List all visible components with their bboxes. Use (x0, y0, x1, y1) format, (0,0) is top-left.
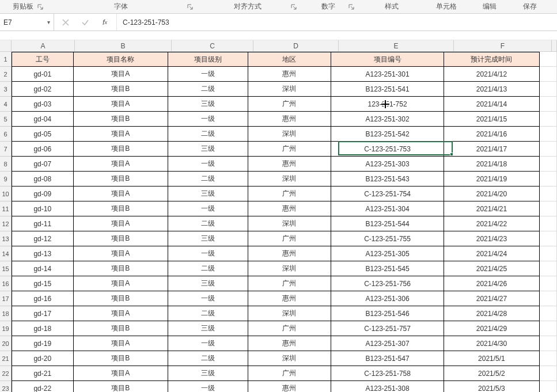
col-header-D[interactable]: D (253, 40, 339, 51)
row-header-7[interactable]: 7 (0, 142, 11, 157)
cell-A6[interactable]: gd-05 (12, 127, 74, 142)
cell-A4[interactable]: gd-03 (12, 97, 74, 112)
cell-D22[interactable]: 广州 (248, 366, 332, 381)
cell-A18[interactable]: gd-17 (12, 306, 74, 321)
cell-B18[interactable]: 项目A (74, 306, 168, 321)
row-header-3[interactable]: 3 (0, 82, 11, 97)
cell-B5[interactable]: 项目B (74, 112, 168, 127)
col-header-E[interactable]: E (339, 40, 454, 51)
enter-icon[interactable] (81, 18, 90, 27)
cell-E22[interactable]: C-123-251-758 (331, 366, 444, 381)
name-box-input[interactable] (3, 18, 38, 26)
cell-D12[interactable]: 深圳 (248, 216, 332, 231)
cell-A8[interactable]: gd-07 (12, 157, 74, 172)
cell-D11[interactable]: 惠州 (248, 201, 332, 216)
cell-D16[interactable]: 广州 (248, 276, 332, 291)
cell-F20[interactable]: 2021/4/30 (444, 336, 540, 351)
cell-C13[interactable]: 三级 (168, 231, 248, 246)
cell-extra[interactable] (540, 261, 557, 276)
cell-B12[interactable]: 项目A (74, 216, 168, 231)
row-header-17[interactable]: 17 (0, 291, 11, 306)
row-header-13[interactable]: 13 (0, 231, 11, 246)
cell-D3[interactable]: 深圳 (248, 82, 332, 97)
cell-D21[interactable]: 深圳 (248, 351, 332, 366)
cells-area[interactable]: 工号项目名称项目级别地区项目编号预计完成时间gd-01项目A一级惠州A123-2… (12, 52, 557, 392)
cell-B19[interactable]: 项目B (74, 321, 168, 336)
cell-F17[interactable]: 2021/4/27 (444, 291, 540, 306)
cell-A19[interactable]: gd-18 (12, 321, 74, 336)
cell-B21[interactable]: 项目B (74, 351, 168, 366)
cell-D17[interactable]: 惠州 (248, 291, 332, 306)
cell-extra[interactable] (540, 97, 557, 112)
cell-C19[interactable]: 三级 (168, 321, 248, 336)
cell-D15[interactable]: 深圳 (248, 261, 332, 276)
col-header-B[interactable]: B (75, 40, 172, 51)
cell-E17[interactable]: A123-251-306 (331, 291, 444, 306)
cell-D9[interactable]: 深圳 (248, 172, 332, 187)
cancel-icon[interactable] (61, 18, 70, 27)
cell-F2[interactable]: 2021/4/12 (444, 67, 540, 82)
cell-C15[interactable]: 二级 (168, 261, 248, 276)
col-header-A[interactable]: A (12, 40, 75, 51)
cell-B16[interactable]: 项目A (74, 276, 168, 291)
cell-F18[interactable]: 2021/4/28 (444, 306, 540, 321)
cell-C18[interactable]: 二级 (168, 306, 248, 321)
cell-E5[interactable]: A123-251-302 (331, 112, 444, 127)
cell-B7[interactable]: 项目B (74, 142, 168, 157)
cell-E8[interactable]: A123-251-303 (331, 157, 444, 172)
cell-E10[interactable]: C-123-251-754 (331, 187, 444, 201)
dialog-launcher-icon[interactable] (290, 3, 297, 10)
col-header-F[interactable]: F (454, 40, 552, 51)
cell-extra[interactable] (540, 231, 557, 246)
cell-extra[interactable] (540, 276, 557, 291)
cell-C5[interactable]: 一级 (168, 112, 248, 127)
cell-D7[interactable]: 广州 (248, 142, 332, 157)
cell-D19[interactable]: 广州 (248, 321, 332, 336)
cell-B17[interactable]: 项目B (74, 291, 168, 306)
cell-A14[interactable]: gd-13 (12, 246, 74, 261)
cell-A16[interactable]: gd-15 (12, 276, 74, 291)
cell-A22[interactable]: gd-21 (12, 366, 74, 381)
cell-C16[interactable]: 三级 (168, 276, 248, 291)
cell-E14[interactable]: A123-251-305 (331, 246, 444, 261)
cell-A23[interactable]: gd-22 (12, 381, 74, 392)
cell-extra[interactable] (540, 172, 557, 187)
cell-D1[interactable]: 地区 (248, 52, 332, 67)
cell-extra[interactable] (540, 306, 557, 321)
cell-B23[interactable]: 项目B (74, 381, 168, 392)
row-header-14[interactable]: 14 (0, 246, 11, 261)
cell-F6[interactable]: 2021/4/16 (444, 127, 540, 142)
cell-F21[interactable]: 2021/5/1 (444, 351, 540, 366)
cell-E11[interactable]: A123-251-304 (331, 201, 444, 216)
cell-B15[interactable]: 项目B (74, 261, 168, 276)
cell-D23[interactable]: 惠州 (248, 381, 332, 392)
cell-F19[interactable]: 2021/4/29 (444, 321, 540, 336)
row-header-11[interactable]: 11 (0, 201, 11, 216)
cell-A1[interactable]: 工号 (12, 52, 74, 67)
cell-A17[interactable]: gd-16 (12, 291, 74, 306)
row-header-5[interactable]: 5 (0, 112, 11, 127)
cell-F5[interactable]: 2021/4/15 (444, 112, 540, 127)
cell-C2[interactable]: 一级 (168, 67, 248, 82)
cell-extra[interactable] (540, 52, 557, 67)
cell-F1[interactable]: 预计完成时间 (444, 52, 540, 67)
row-header-20[interactable]: 20 (0, 336, 11, 351)
select-all-corner[interactable] (0, 40, 12, 52)
cell-F8[interactable]: 2021/4/18 (444, 157, 540, 172)
cell-A12[interactable]: gd-11 (12, 216, 74, 231)
cell-extra[interactable] (540, 142, 557, 157)
row-header-8[interactable]: 8 (0, 157, 11, 172)
cell-C14[interactable]: 一级 (168, 246, 248, 261)
row-header-19[interactable]: 19 (0, 321, 11, 336)
cell-D20[interactable]: 惠州 (248, 336, 332, 351)
row-header-9[interactable]: 9 (0, 172, 11, 187)
cell-C17[interactable]: 一级 (168, 291, 248, 306)
cell-extra[interactable] (540, 366, 557, 381)
cell-F4[interactable]: 2021/4/14 (444, 97, 540, 112)
cell-A2[interactable]: gd-01 (12, 67, 74, 82)
cell-B10[interactable]: 项目A (74, 187, 168, 201)
row-header-2[interactable]: 2 (0, 67, 11, 82)
cell-B13[interactable]: 项目B (74, 231, 168, 246)
cell-B2[interactable]: 项目A (74, 67, 168, 82)
row-header-18[interactable]: 18 (0, 306, 11, 321)
